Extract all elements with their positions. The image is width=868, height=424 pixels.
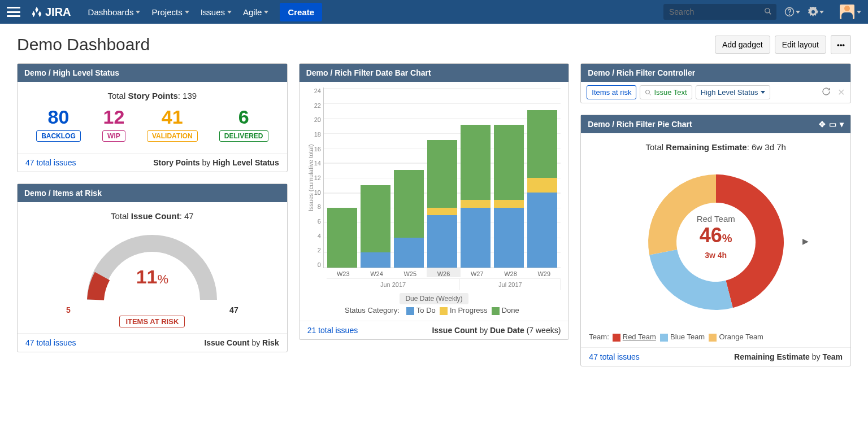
top-nav: JIRA Dashboards Projects Issues Agile Cr…	[0, 0, 868, 24]
gadget-title: Demo / Rich Filter Pie Chart	[588, 120, 692, 129]
footer-metric: Remaining Estimate by Team	[734, 352, 843, 361]
total-story-points: Total Story Points: 139	[25, 91, 279, 100]
pie-legend: Team: Red Team Blue Team Orange Team	[589, 333, 843, 342]
svg-line-5	[649, 93, 651, 95]
x-axis-label: Due Date (Weekly)	[400, 293, 468, 304]
bar-W28[interactable]	[494, 88, 524, 268]
footer-metric: Story Points by High Level Status	[153, 158, 279, 167]
search-input[interactable]	[663, 4, 776, 20]
gadget-title: Demo / High Level Status	[24, 68, 119, 77]
stat-validation[interactable]: 41VALIDATION	[147, 106, 198, 142]
total-issues-link[interactable]: 47 total issues	[589, 352, 640, 361]
bar-W24[interactable]	[361, 88, 390, 268]
refresh-icon[interactable]	[822, 87, 831, 98]
menu-icon[interactable]	[7, 7, 20, 17]
page-title: Demo Dashboard	[17, 35, 150, 54]
stat-wip[interactable]: 12WIP	[102, 106, 125, 142]
total-issues-link[interactable]: 47 total issues	[25, 158, 76, 167]
chart-legend: Status Category: To Do In Progress Done	[307, 306, 561, 315]
total-remaining-estimate: Total Remaining Estimate: 6w 3d 7h	[589, 142, 843, 152]
svg-line-1	[769, 12, 771, 15]
footer-metric: Issue Count by Due Date (7 weeks)	[432, 326, 561, 335]
nav-agile[interactable]: Agile	[237, 7, 274, 17]
risk-gauge: 11% 5 47 ITEMS AT RISK	[25, 226, 279, 327]
items-at-risk-badge: ITEMS AT RISK	[119, 316, 185, 327]
jira-logo[interactable]: JIRA	[31, 6, 71, 19]
total-issue-count: Total Issue Count: 47	[25, 211, 279, 221]
svg-point-0	[765, 8, 770, 13]
user-avatar[interactable]	[832, 5, 861, 19]
nav-issues[interactable]: Issues	[195, 7, 237, 17]
stat-backlog[interactable]: 80BACKLOG	[36, 106, 81, 142]
bar-W29[interactable]	[527, 88, 557, 268]
footer-metric: Issue Count by Risk	[204, 338, 279, 347]
bar-W23[interactable]	[327, 88, 357, 268]
chip-issue-text[interactable]: Issue Text	[640, 85, 692, 99]
gadget-title: Demo / Rich Filter Date Bar Chart	[306, 68, 431, 77]
minimize-icon[interactable]: ▭	[829, 120, 836, 129]
stat-delivered[interactable]: 6DELIVERED	[219, 106, 268, 142]
pie-chart: Red Team 46% 3w 4h ▶	[631, 158, 801, 327]
move-icon[interactable]: ✥	[819, 120, 826, 129]
help-icon[interactable]	[784, 7, 800, 17]
chevron-right-icon[interactable]: ▶	[802, 237, 809, 246]
create-button[interactable]: Create	[280, 3, 322, 21]
total-issues-link[interactable]: 21 total issues	[307, 326, 358, 335]
collapse-icon[interactable]: ▾	[840, 120, 844, 129]
y-axis-label: Issues (cumulative total)	[307, 88, 314, 268]
bar-chart: Issues (cumulative total) 24222018161412…	[307, 88, 561, 268]
gauge-min: 5	[66, 305, 71, 314]
gear-icon[interactable]	[808, 7, 824, 17]
svg-point-3	[789, 14, 790, 15]
add-gadget-button[interactable]: Add gadget	[715, 36, 770, 54]
nav-projects[interactable]: Projects	[146, 7, 194, 17]
gadget-title: Demo / Rich Filter Controller	[588, 68, 695, 77]
nav-dashboards[interactable]: Dashboards	[83, 7, 146, 17]
chip-high-level-status[interactable]: High Level Status	[696, 85, 770, 99]
bar-W26[interactable]	[427, 88, 457, 268]
bar-W27[interactable]	[461, 88, 491, 268]
gadget-filter-controller: Demo / Rich Filter Controller Items at r…	[580, 63, 851, 103]
svg-point-4	[646, 90, 650, 94]
search-icon[interactable]	[764, 7, 772, 17]
gadget-pie-chart: Demo / Rich Filter Pie Chart ✥ ▭ ▾ Total…	[580, 115, 851, 366]
more-actions-button[interactable]: •••	[831, 35, 851, 54]
gadget-items-at-risk: Demo / Items at Risk Total Issue Count: …	[17, 183, 288, 352]
edit-layout-button[interactable]: Edit layout	[775, 36, 826, 54]
gadget-title: Demo / Items at Risk	[24, 189, 102, 198]
bar-W25[interactable]	[394, 88, 424, 268]
gadget-high-level-status: Demo / High Level Status Total Story Poi…	[17, 63, 288, 172]
chip-items-at-risk[interactable]: Items at risk	[587, 85, 636, 99]
close-icon[interactable]: ✕	[837, 87, 845, 98]
gadget-date-bar-chart: Demo / Rich Filter Date Bar Chart Issues…	[299, 63, 570, 340]
gauge-max: 47	[229, 305, 238, 314]
total-issues-link[interactable]: 47 total issues	[25, 338, 76, 347]
